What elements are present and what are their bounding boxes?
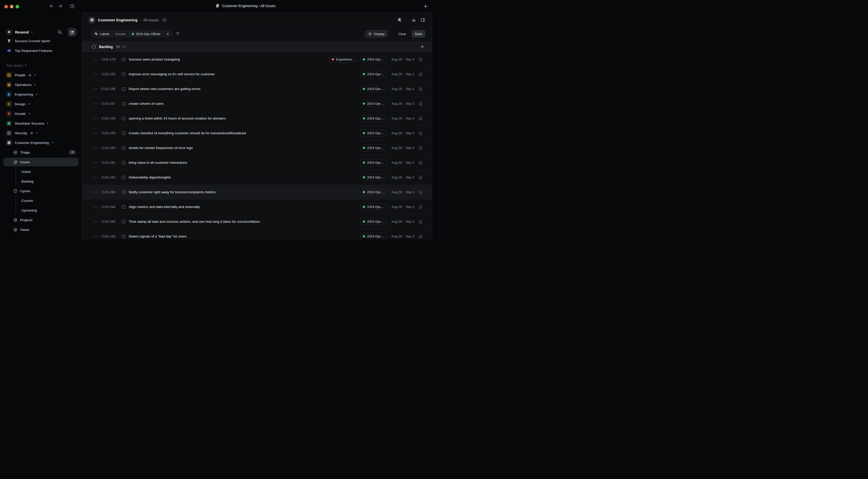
unassigned-avatar-icon[interactable] xyxy=(418,57,423,62)
status-backlog-icon[interactable] xyxy=(122,161,126,165)
issue-title[interactable]: Improve error messaging so it’s self ser… xyxy=(129,72,215,76)
issue-title[interactable]: Align metrics and data internally and ex… xyxy=(129,205,200,209)
teams-section-header[interactable]: Your teams xyxy=(6,62,27,69)
sidebar-item-backlog[interactable]: Backlog xyxy=(4,177,79,186)
insights-chart-icon[interactable] xyxy=(411,18,416,22)
sidebar-item-current[interactable]: Current xyxy=(4,196,79,205)
unassigned-avatar-icon[interactable] xyxy=(418,131,423,135)
clear-button[interactable]: Clear xyxy=(397,32,407,36)
issue-row[interactable]: CUS-161 bring value to all customer inte… xyxy=(82,155,432,170)
issue-row[interactable]: CUS-163 Notify customer right away for b… xyxy=(82,185,432,199)
breadcrumb-team[interactable]: Customer Engineering xyxy=(98,18,137,22)
priority-none-icon[interactable] xyxy=(94,205,98,209)
issue-row[interactable]: CUS-158 opening a ticket within 24 hours… xyxy=(82,111,432,126)
chevron-right-icon[interactable] xyxy=(29,103,30,105)
chevron-right-icon[interactable] xyxy=(36,93,37,95)
label-chip[interactable]: 2024 Ops ... xyxy=(360,189,388,195)
status-backlog-icon[interactable] xyxy=(122,87,126,91)
issue-row[interactable]: CUS-160 emails for certain frequencies o… xyxy=(82,140,432,155)
issue-title[interactable]: Time stamp all start and success actions… xyxy=(129,220,260,223)
filter-field-segment[interactable]: Labels xyxy=(92,30,112,37)
sidebar-item-upcoming[interactable]: Upcoming xyxy=(4,206,79,215)
status-backlog-icon[interactable] xyxy=(122,72,126,76)
status-backlog-icon[interactable] xyxy=(122,234,126,238)
label-chip[interactable]: 2024 Ops ... xyxy=(360,159,388,166)
sidebar-item-active[interactable]: Active xyxy=(4,167,79,176)
priority-none-icon[interactable] xyxy=(94,234,98,238)
sidebar-item-triage[interactable]: Triage 26 xyxy=(4,148,79,157)
unassigned-avatar-icon[interactable] xyxy=(418,116,423,121)
breadcrumb-view[interactable]: All issues xyxy=(143,18,159,22)
issue-title[interactable]: Deliverability digest/insights xyxy=(129,175,171,179)
sidebar-item-views[interactable]: Views xyxy=(4,225,79,234)
unassigned-avatar-icon[interactable] xyxy=(418,219,423,224)
sidebar-item-security[interactable]: Security xyxy=(4,129,79,137)
issue-row[interactable]: CUS-162 Deliverability digest/insights 2… xyxy=(82,170,432,185)
priority-none-icon[interactable] xyxy=(94,58,98,62)
issue-title[interactable]: opening a ticket within 24 hours of acco… xyxy=(129,117,226,120)
sidebar-item-developer-success[interactable]: Developer Success xyxy=(4,119,79,128)
label-chip[interactable]: 2024 Ops ... xyxy=(360,71,388,77)
status-backlog-icon[interactable] xyxy=(122,117,126,121)
priority-none-icon[interactable] xyxy=(94,131,98,135)
status-backlog-icon[interactable] xyxy=(122,175,126,180)
favorite-star-icon[interactable] xyxy=(162,18,167,22)
issue-title[interactable]: Report where new customers are getting e… xyxy=(129,87,200,91)
label-chip[interactable]: 2024 Ops ... xyxy=(360,115,388,122)
label-chip[interactable]: 2024 Ops ... xyxy=(360,145,388,151)
issue-row[interactable]: CUS-157 create cohorts of users 2024 Ops… xyxy=(82,96,432,111)
issue-row[interactable]: CUS-159 Create checklist of everything c… xyxy=(82,126,432,140)
back-button[interactable] xyxy=(49,4,54,8)
chevron-right-icon[interactable] xyxy=(35,84,36,86)
label-chip[interactable]: 2024 Ops ... xyxy=(360,218,388,225)
chevron-right-icon[interactable] xyxy=(29,113,30,115)
add-issue-button[interactable] xyxy=(420,45,424,49)
issue-title[interactable]: Notify customer right away for bounce/co… xyxy=(129,190,216,194)
priority-none-icon[interactable] xyxy=(94,87,98,91)
priority-none-icon[interactable] xyxy=(94,161,98,165)
issue-title[interactable]: Success owns product changelog xyxy=(129,58,180,61)
unassigned-avatar-icon[interactable] xyxy=(418,160,423,165)
status-backlog-icon[interactable] xyxy=(122,220,126,224)
traffic-zoom-button[interactable] xyxy=(16,5,19,8)
chevron-down-icon[interactable] xyxy=(52,142,54,143)
compose-button[interactable] xyxy=(68,28,77,37)
unassigned-avatar-icon[interactable] xyxy=(418,190,423,194)
unassigned-avatar-icon[interactable] xyxy=(418,205,423,209)
filter-operator-segment[interactable]: include xyxy=(113,30,128,37)
priority-none-icon[interactable] xyxy=(94,175,98,180)
status-backlog-icon[interactable] xyxy=(122,131,126,135)
label-chip[interactable]: Experience... xyxy=(329,56,358,63)
issue-title[interactable]: Detect signals of a “bad day” for users xyxy=(129,234,187,238)
new-tab-plus-button[interactable] xyxy=(423,4,428,9)
notifications-bell-icon[interactable] xyxy=(397,18,402,22)
priority-none-icon[interactable] xyxy=(94,102,98,106)
sidebar-item-engineering[interactable]: Engineering xyxy=(4,90,79,99)
status-backlog-icon[interactable] xyxy=(122,190,126,194)
unassigned-avatar-icon[interactable] xyxy=(418,175,423,180)
issue-row[interactable]: CUS-155 Improve error messaging so it’s … xyxy=(82,67,432,82)
sidebar-item-customer-engineering[interactable]: Customer Engineering xyxy=(4,138,79,147)
issue-title[interactable]: Create checklist of everything customer … xyxy=(129,131,246,135)
issue-row[interactable]: CUS-165 Time stamp all start and success… xyxy=(82,214,432,229)
sidebar-item-design[interactable]: Design xyxy=(4,100,79,108)
priority-none-icon[interactable] xyxy=(94,190,98,194)
priority-none-icon[interactable] xyxy=(94,146,98,150)
status-backlog-icon[interactable] xyxy=(122,102,126,106)
label-chip[interactable]: 2024 Ops ... xyxy=(360,86,388,92)
issue-row[interactable]: CUS-179 Success owns product changelog E… xyxy=(82,52,432,67)
issue-title[interactable]: create cohorts of users xyxy=(129,102,163,105)
issue-row[interactable]: CUS-166 Detect signals of a “bad day” fo… xyxy=(82,229,432,240)
forward-button[interactable] xyxy=(58,4,63,8)
chevron-right-icon[interactable] xyxy=(36,132,38,134)
label-chip[interactable]: 2024 Ops ... xyxy=(360,233,388,240)
label-chip[interactable]: 2024 Ops ... xyxy=(360,130,388,136)
traffic-minimize-button[interactable] xyxy=(10,5,13,8)
sidebar-item-issues[interactable]: Issues xyxy=(4,158,79,166)
sidebar-item-projects[interactable]: Projects xyxy=(4,216,79,224)
side-panel-toggle-icon[interactable] xyxy=(421,18,425,22)
sidebar-item-people[interactable]: People xyxy=(4,71,79,79)
sidebar-item-success-current-sprint[interactable]: Success Current Sprint xyxy=(4,37,79,45)
filter-remove-button[interactable] xyxy=(163,30,172,37)
status-backlog-icon[interactable] xyxy=(122,205,126,209)
